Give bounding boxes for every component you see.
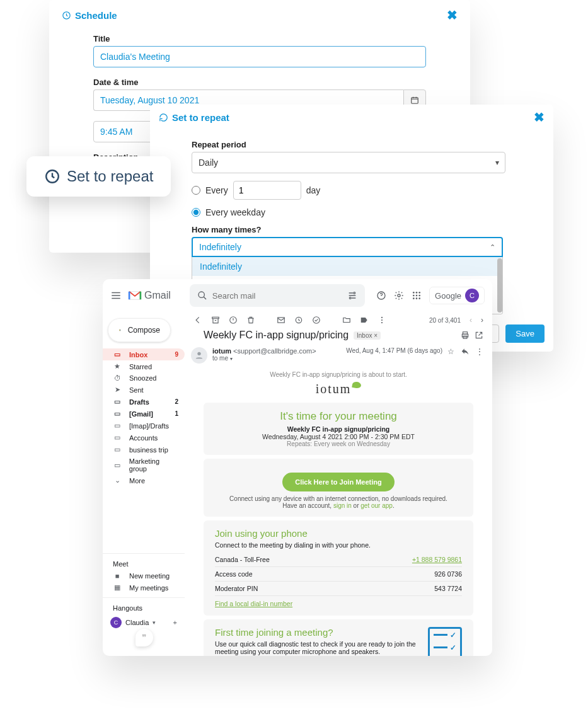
- snooze-icon[interactable]: [294, 316, 303, 324]
- archive-icon[interactable]: [211, 316, 220, 324]
- folder-icon: ★: [113, 362, 122, 370]
- label-icon[interactable]: [360, 316, 369, 324]
- meeting-repeat: Repeats: Every week on Wednesday: [215, 440, 462, 447]
- phone-card-sub: Connect to the meeting by dialing in wit…: [215, 541, 462, 549]
- checklist-icon: ✓ ✓: [428, 627, 462, 656]
- svg-point-8: [413, 292, 415, 294]
- folder-icon: ▭: [113, 422, 122, 430]
- chevron-down-icon: ▾: [153, 619, 156, 626]
- inbox-chip[interactable]: Inbox ×: [354, 331, 381, 340]
- svg-point-16: [418, 297, 420, 299]
- tune-icon[interactable]: [347, 290, 357, 301]
- google-label: Google: [435, 291, 461, 301]
- sidebar-item--imap-drafts[interactable]: ▭[Imap]/Drafts: [103, 420, 185, 432]
- search-input[interactable]: [212, 291, 342, 301]
- sidebar-item-drafts[interactable]: ▭Drafts2: [103, 396, 185, 408]
- chevron-down-icon[interactable]: ▾: [230, 356, 233, 362]
- delete-icon[interactable]: [246, 316, 255, 324]
- gmail-sidebar: Compose ▭Inbox9★Starred⏱Snoozed➤Sent▭Dra…: [103, 312, 185, 656]
- save-button[interactable]: Save: [505, 324, 545, 343]
- hangouts-bubble-icon[interactable]: ❞: [135, 629, 153, 646]
- every-radio[interactable]: [192, 186, 200, 195]
- meeting-name: Weekly FC in-app signup/pricing: [215, 425, 462, 433]
- folder-icon: ▭: [113, 350, 122, 359]
- avatar: C: [110, 617, 122, 628]
- gear-icon[interactable]: [394, 290, 404, 301]
- svg-point-3: [199, 292, 204, 297]
- title-label: Title: [93, 34, 426, 43]
- video-icon: ■: [113, 572, 122, 580]
- mail-icon[interactable]: [277, 316, 285, 324]
- gmail-toolbar: 20 of 3,401 ‹ ›: [185, 312, 492, 328]
- prev-icon[interactable]: ‹: [470, 316, 472, 324]
- sidebar-item-sent[interactable]: ➤Sent: [103, 384, 185, 396]
- meeting-card: It's time for your meeting Weekly FC in-…: [204, 403, 473, 455]
- title-input[interactable]: [93, 46, 426, 67]
- plus-icon[interactable]: +: [173, 619, 177, 626]
- reply-icon[interactable]: [461, 347, 470, 356]
- sidebar-item-more[interactable]: ⌄More: [103, 474, 185, 486]
- every-weekday-label: Every weekday: [205, 207, 265, 217]
- sidebar-item-accounts[interactable]: ▭Accounts: [103, 432, 185, 444]
- sidebar-item--gmail-[interactable]: ▭[Gmail]1: [103, 408, 185, 420]
- next-icon[interactable]: ›: [481, 316, 483, 324]
- svg-point-21: [313, 317, 320, 324]
- task-icon[interactable]: [312, 316, 321, 324]
- every-weekday-radio[interactable]: [192, 208, 200, 217]
- spam-icon[interactable]: [229, 316, 238, 324]
- folder-icon: ▭: [113, 410, 122, 418]
- every-unit: day: [306, 185, 321, 195]
- search-bar[interactable]: [190, 284, 365, 307]
- repeat-period-select[interactable]: Daily: [192, 152, 505, 173]
- sign-in-link[interactable]: sign in: [333, 502, 352, 509]
- menu-icon[interactable]: [110, 290, 122, 301]
- folder-icon: ▭: [113, 434, 122, 442]
- find-local-link[interactable]: Find a local dial-in number: [215, 600, 292, 607]
- back-icon[interactable]: [193, 316, 202, 324]
- svg-point-24: [381, 322, 383, 323]
- meet-new[interactable]: ■New meeting: [103, 570, 185, 582]
- more-icon[interactable]: [378, 316, 386, 324]
- join-meeting-button[interactable]: Click Here to Join Meeting: [282, 473, 395, 491]
- gmail-logo: Gmail: [128, 290, 171, 301]
- svg-point-9: [416, 292, 418, 294]
- sender-name: iotum: [212, 347, 231, 355]
- star-icon[interactable]: ☆: [447, 347, 454, 356]
- first-time-body: Use our quick call diagnostic test to ch…: [215, 640, 420, 655]
- how-many-select[interactable]: Indefinitely ⌃: [192, 237, 503, 257]
- close-icon[interactable]: ✖: [534, 110, 545, 125]
- sidebar-item-inbox[interactable]: ▭Inbox9: [103, 348, 185, 360]
- calendar-icon: ▦: [113, 583, 122, 592]
- email-date: Wed, Aug 4, 1:47 PM (6 days ago): [346, 347, 442, 354]
- datetime-label: Date & time: [93, 78, 426, 87]
- sidebar-item-marketing-group[interactable]: ▭Marketing group: [103, 456, 185, 474]
- apps-icon[interactable]: [412, 290, 422, 301]
- help-icon[interactable]: [376, 290, 386, 301]
- dropdown-option[interactable]: Indefinitely: [192, 257, 502, 276]
- svg-point-5: [349, 297, 351, 299]
- move-icon[interactable]: [342, 316, 351, 324]
- how-many-value: Indefinitely: [199, 242, 241, 252]
- sidebar-item-starred[interactable]: ★Starred: [103, 360, 185, 372]
- get-app-link[interactable]: get our app: [360, 502, 393, 509]
- schedule-title: Schedule: [75, 10, 117, 21]
- sidebar-item-snoozed[interactable]: ⏱Snoozed: [103, 372, 185, 384]
- print-icon[interactable]: [461, 331, 470, 340]
- popout-icon[interactable]: [475, 331, 483, 340]
- close-icon[interactable]: ✖: [447, 8, 458, 23]
- svg-point-4: [354, 292, 355, 294]
- email-subject: Weekly FC in-app signup/pricing: [204, 330, 349, 341]
- more-icon[interactable]: ⋮: [476, 347, 483, 356]
- svg-point-12: [416, 295, 418, 297]
- sidebar-item-business-trip[interactable]: ▭business trip: [103, 444, 185, 456]
- phone-card: Join using your phone Connect to the mee…: [204, 520, 473, 616]
- every-label: Every: [205, 185, 228, 195]
- to-me: to me: [212, 355, 228, 362]
- google-account[interactable]: Google C: [429, 287, 485, 304]
- tollfree-link[interactable]: +1 888 579 9861: [412, 556, 462, 563]
- clock-icon: [62, 11, 71, 20]
- every-count-input[interactable]: [233, 181, 301, 200]
- meet-my[interactable]: ▦My meetings: [103, 582, 185, 594]
- join-card: Click Here to Join Meeting Connect using…: [204, 459, 473, 517]
- compose-button[interactable]: Compose: [108, 318, 171, 342]
